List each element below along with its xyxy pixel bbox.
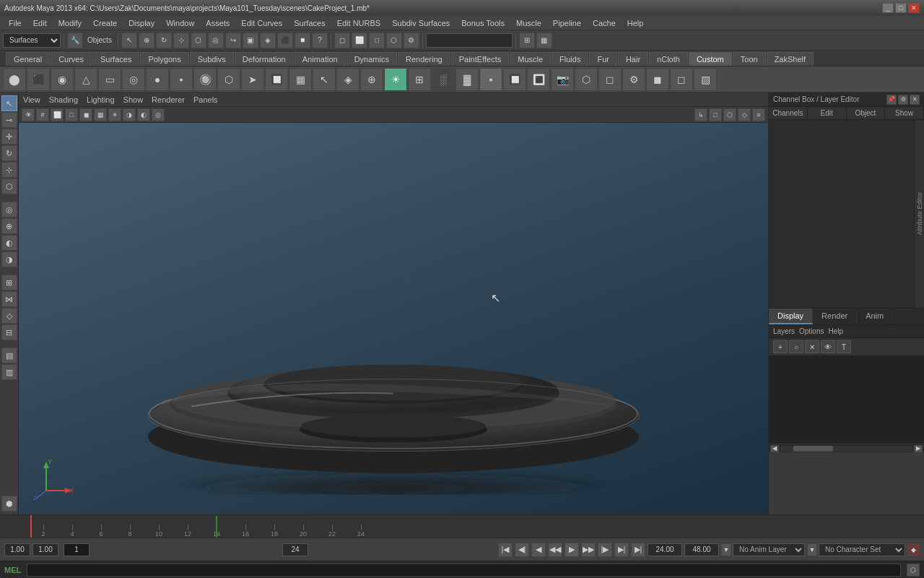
attribute-editor-tab[interactable]: Attribute Editor (916, 189, 923, 238)
scrollbar-thumb[interactable] (793, 446, 833, 452)
menu-edit-curves[interactable]: Edit Curves (235, 17, 288, 29)
play-fwd-btn[interactable]: ▶▶ (581, 543, 596, 557)
tool-btn-5[interactable]: ⬡ (191, 33, 206, 48)
vp-smooth[interactable]: ◼ (79, 108, 92, 121)
scale-btn[interactable]: ⊹ (173, 33, 189, 48)
anim-layer-arrow[interactable]: ▼ (721, 543, 731, 556)
vp-camera[interactable]: 👁 (22, 108, 35, 121)
tab-surfaces[interactable]: Surfaces (92, 52, 139, 66)
joint-tool-btn[interactable]: ⊞ (1, 275, 17, 290)
menu-modify[interactable]: Modify (53, 17, 87, 29)
tab-muscle[interactable]: Muscle (510, 52, 551, 66)
vp-mode4[interactable]: ◇ (738, 108, 751, 121)
cb-tab-edit[interactable]: Edit (808, 107, 847, 119)
vp-light[interactable]: ☀ (108, 108, 121, 121)
render-region-btn[interactable]: ⬢ (1, 496, 17, 512)
shelf-icon-paint[interactable]: ▦ (289, 68, 312, 91)
tab-toon[interactable]: Toon (733, 52, 766, 66)
shelf-icon-sphere[interactable]: ⬤ (3, 68, 26, 91)
vp-mode5[interactable]: ≡ (752, 108, 765, 121)
vmenu-renderer[interactable]: Renderer (152, 95, 185, 104)
vmenu-show[interactable]: Show (123, 95, 144, 104)
step-back-btn[interactable]: ◀| (515, 543, 529, 557)
layer-btn[interactable]: ▤ (1, 348, 17, 363)
move-tool-btn[interactable]: ✛ (1, 129, 17, 144)
layer-menu-options[interactable]: Options (799, 327, 824, 335)
cb-tab-show[interactable]: Show (885, 107, 924, 119)
close-button[interactable]: ✕ (908, 3, 920, 13)
step-fwd-btn[interactable]: ▶| (614, 543, 629, 557)
tab-fur[interactable]: Fur (589, 52, 617, 66)
render-btn-3[interactable]: □ (369, 33, 385, 48)
render-btn-1[interactable]: ◻ (334, 33, 350, 48)
tab-fluids[interactable]: Fluids (552, 52, 588, 66)
vmenu-lighting[interactable]: Lighting (87, 95, 115, 104)
shelf-icon-cylinder[interactable]: ◉ (51, 68, 74, 91)
rotate-tool-btn[interactable]: ↻ (1, 145, 17, 161)
mel-input[interactable] (27, 564, 901, 577)
shelf-icon-misc[interactable]: ◼ (646, 68, 669, 91)
shelf-icon-arrow[interactable]: ➤ (241, 68, 264, 91)
vp-wireframe[interactable]: □ (65, 108, 78, 121)
search-input[interactable] (426, 33, 513, 48)
tab-rendering[interactable]: Rendering (398, 52, 450, 66)
vp-ao[interactable]: ◐ (137, 108, 150, 121)
char-set-arrow[interactable]: ▼ (807, 543, 817, 556)
timeline-area[interactable]: 2 4 6 8 10 12 14 16 18 20 22 24 (0, 514, 924, 538)
manip-tool-btn[interactable]: ⬡ (1, 178, 17, 194)
menu-surfaces[interactable]: Surfaces (288, 17, 331, 29)
shelf-icon-cone[interactable]: △ (74, 68, 97, 91)
menu-display[interactable]: Display (123, 17, 160, 29)
frame-end-input[interactable]: 1.00 (32, 543, 58, 556)
render-btn-2[interactable]: ⬜ (352, 33, 367, 48)
layer-menu-layers[interactable]: Layers (773, 327, 795, 335)
shelf-icon-render3[interactable]: ◻ (598, 68, 622, 91)
lattice-btn[interactable]: ⊟ (1, 324, 17, 340)
shelf-icon-plane[interactable]: ▭ (98, 68, 121, 91)
shelf-icon-checker5[interactable]: 🔲 (503, 68, 526, 91)
cb-tab-channels[interactable]: Channels (769, 107, 808, 119)
tab-custom[interactable]: Custom (689, 52, 732, 66)
minimize-button[interactable]: _ (882, 3, 894, 13)
layer-visible-btn[interactable]: 👁 (821, 340, 835, 353)
tool-btn-10[interactable]: ⬛ (277, 33, 293, 48)
select-btn[interactable]: ↖ (121, 33, 137, 48)
scroll-left-btn[interactable]: ◀ (770, 445, 779, 452)
vp-grid[interactable]: # (36, 108, 49, 121)
tab-animation[interactable]: Animation (295, 52, 346, 66)
vmenu-shading[interactable]: Shading (49, 95, 78, 104)
paint-btn[interactable]: ◐ (1, 235, 17, 251)
paint-select-btn[interactable]: ⊸ (1, 112, 17, 128)
select-tool-btn[interactable]: ↖ (1, 95, 17, 111)
play-btn[interactable]: ▶ (565, 543, 579, 557)
move-btn[interactable]: ⊕ (139, 33, 154, 48)
tab-painteffects[interactable]: PaintEffects (451, 52, 510, 66)
menu-help[interactable]: Help (622, 17, 650, 29)
tab-subdivs[interactable]: Subdivs (190, 52, 234, 66)
tool-btn-9[interactable]: ◈ (260, 33, 276, 48)
tool-btn-6[interactable]: ◎ (208, 33, 224, 48)
tool-btn-8[interactable]: ▣ (243, 33, 258, 48)
vp-shadow[interactable]: ◑ (123, 108, 136, 121)
playback-end-input[interactable]: 48.00 (684, 543, 719, 556)
soft-select-btn[interactable]: ◎ (1, 202, 17, 217)
shelf-icon-deform[interactable]: ◈ (336, 68, 359, 91)
grid-btn[interactable]: ⊞ (519, 33, 535, 48)
tool-btn-11[interactable]: ◽ (295, 33, 310, 48)
shelf-icon-checker[interactable]: ⊞ (408, 68, 431, 91)
shelf-icon-select[interactable]: ↖ (313, 68, 336, 91)
cb-tab-object[interactable]: Object (847, 107, 886, 119)
le-tab-anim[interactable]: Anim (857, 309, 893, 324)
shelf-icon-magnet[interactable]: 🔲 (265, 68, 288, 91)
anim-layer-select[interactable]: No Anim Layer (733, 543, 805, 556)
shelf-icon-rig[interactable]: ⊕ (360, 68, 383, 91)
lasso-btn[interactable]: ⊕ (1, 218, 17, 234)
vmenu-view[interactable]: View (23, 95, 40, 104)
prev-frame-btn[interactable]: ◀ (531, 543, 546, 557)
vp-mode3[interactable]: ⬡ (723, 108, 736, 121)
shelf-icon-checker2[interactable]: ░ (432, 68, 455, 91)
render-btn-4[interactable]: ⬡ (386, 33, 402, 48)
vp-mode1[interactable]: ↳ (694, 108, 707, 121)
shelf-icon-torus[interactable]: ◎ (122, 68, 145, 91)
layer-new-btn[interactable]: + (773, 340, 788, 353)
